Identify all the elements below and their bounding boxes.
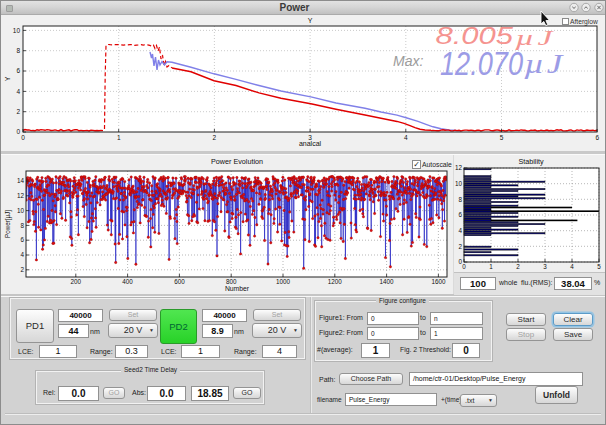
svg-text:2: 2 — [516, 263, 520, 270]
svg-text:4: 4 — [458, 227, 462, 234]
svg-text:800: 800 — [226, 278, 237, 285]
svg-text:Stability: Stability — [518, 157, 544, 166]
svg-text:1: 1 — [489, 263, 493, 270]
svg-text:3: 3 — [543, 263, 547, 270]
svg-text:1: 1 — [117, 134, 121, 141]
svg-text:1600: 1600 — [431, 278, 446, 285]
svg-text:1400: 1400 — [380, 278, 395, 285]
svg-text:1200: 1200 — [328, 278, 343, 285]
svg-text:6: 6 — [20, 236, 24, 243]
svg-text:Y: Y — [4, 76, 11, 81]
svg-text:12: 12 — [17, 192, 25, 199]
svg-text:6: 6 — [458, 211, 462, 218]
svg-text:Power Evolution: Power Evolution — [211, 157, 263, 166]
svg-text:10: 10 — [455, 180, 463, 187]
svg-text:600: 600 — [174, 278, 185, 285]
svg-text:2: 2 — [213, 134, 217, 141]
svg-text:10: 10 — [17, 207, 25, 214]
svg-text:8: 8 — [16, 47, 20, 54]
svg-text:200: 200 — [71, 278, 82, 285]
svg-text:5: 5 — [500, 134, 504, 141]
svg-text:Number: Number — [225, 285, 250, 292]
svg-text:2: 2 — [16, 108, 20, 115]
svg-text:4: 4 — [570, 263, 574, 270]
svg-text:4: 4 — [404, 134, 408, 141]
svg-text:8: 8 — [20, 222, 24, 229]
svg-text:14: 14 — [17, 177, 25, 184]
svg-text:5: 5 — [597, 263, 601, 270]
svg-text:2: 2 — [20, 266, 24, 273]
svg-text:2: 2 — [458, 243, 462, 250]
svg-text:400: 400 — [122, 278, 133, 285]
svg-text:0: 0 — [16, 128, 20, 135]
svg-text:analcal: analcal — [299, 140, 322, 147]
svg-text:0: 0 — [458, 258, 462, 265]
svg-text:0: 0 — [21, 134, 25, 141]
svg-text:1000: 1000 — [276, 278, 291, 285]
svg-text:4: 4 — [20, 251, 24, 258]
svg-text:Power[µJ]: Power[µJ] — [4, 210, 12, 238]
svg-text:12: 12 — [455, 164, 463, 171]
svg-text:6: 6 — [595, 134, 599, 141]
svg-text:8: 8 — [458, 196, 462, 203]
svg-text:4: 4 — [16, 88, 20, 95]
svg-text:0: 0 — [462, 263, 466, 270]
svg-text:6: 6 — [16, 67, 20, 74]
svg-text:10: 10 — [13, 27, 21, 34]
